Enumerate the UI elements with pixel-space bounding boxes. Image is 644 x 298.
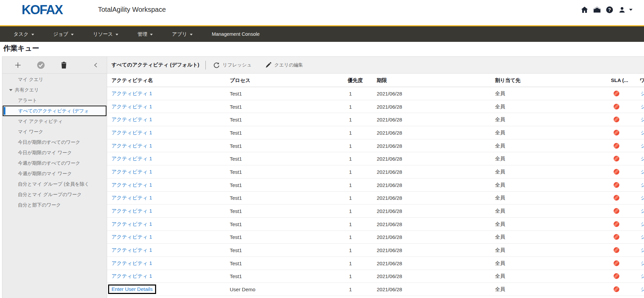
mail-icon[interactable] [593, 6, 601, 14]
sidebar-query-item[interactable]: マイ ワーク [2, 127, 107, 137]
refresh-button[interactable]: リフレッシュ [213, 62, 252, 68]
home-icon[interactable] [580, 6, 589, 14]
sidebar-query-item[interactable]: マイ クエリ [2, 74, 107, 85]
nav-item[interactable]: ジョブ [53, 31, 74, 37]
assignee-cell: 全員 [495, 234, 505, 240]
sidebar-query-item[interactable]: 共有クエリ [2, 85, 107, 95]
row-action-link-truncated[interactable]: ジ [641, 182, 644, 188]
activity-link[interactable]: アクティビティ 1 [112, 260, 152, 266]
sidebar-query-item[interactable]: すべてのアクティビティ (デフォ [3, 106, 106, 116]
check-circle-icon[interactable] [36, 61, 45, 70]
sla-status-dot [614, 169, 619, 174]
sidebar-query-label: マイ クエリ [18, 77, 44, 83]
row-action-link-truncated[interactable]: ジ [641, 247, 644, 253]
row-action-link-truncated[interactable]: ジ [641, 156, 644, 162]
sidebar-query-item[interactable]: 今日が期限のマイ ワーク [2, 147, 107, 158]
priority-cell: 1 [349, 169, 352, 174]
row-action-link-truncated[interactable]: ジ [641, 260, 644, 266]
process-cell: Test1 [230, 169, 242, 174]
activity-link[interactable]: アクティビティ 1 [112, 116, 152, 123]
nav-item[interactable]: リソース [93, 31, 118, 37]
chevron-down-icon [190, 34, 193, 35]
nav-item-label: Management Console [212, 31, 260, 37]
assignee-cell: 全員 [495, 90, 505, 97]
activity-link[interactable]: アクティビティ 1 [112, 234, 152, 240]
row-action-link-truncated[interactable]: ジ [641, 90, 644, 97]
assignee-cell: 全員 [495, 286, 505, 293]
due-date-cell: 2021/06/28 [377, 117, 402, 123]
add-query-button[interactable] [14, 61, 22, 70]
activity-link[interactable]: アクティビティ 1 [112, 208, 152, 214]
column-header-sla[interactable]: SLA (... [611, 74, 628, 87]
nav-item[interactable]: 管理 [138, 31, 153, 37]
user-icon[interactable] [618, 6, 626, 14]
row-action-link-truncated[interactable]: ジ [641, 142, 644, 149]
sidebar-query-item[interactable]: マイ アクティビティ [2, 116, 107, 127]
sidebar-query-item[interactable]: 自分と部下のワーク [2, 200, 107, 210]
activity-link[interactable]: アクティビティ 1 [112, 168, 152, 175]
row-action-link-truncated[interactable]: ジ [641, 286, 644, 293]
svg-text:?: ? [608, 7, 611, 12]
sidebar-query-item[interactable]: 自分とマイ グループのワーク [2, 189, 107, 200]
row-action-link-truncated[interactable]: ジ [641, 103, 644, 110]
activity-link[interactable]: アクティビティ 1 [112, 129, 152, 136]
due-date-cell: 2021/06/28 [377, 169, 402, 174]
expander-triangle-icon[interactable] [9, 89, 13, 91]
row-action-link-truncated[interactable]: ジ [641, 116, 644, 123]
sidebar-query-item[interactable]: 今週が期限のマイ ワーク [2, 168, 107, 179]
column-header-truncated[interactable]: ワ [640, 74, 644, 87]
sidebar-query-item[interactable]: 自分とマイ グループ (全員を除く [2, 179, 107, 189]
chevron-down-icon [71, 34, 74, 35]
column-header-priority[interactable]: 優先度 [348, 74, 363, 87]
row-action-link-truncated[interactable]: ジ [641, 129, 644, 136]
sidebar-query-item[interactable]: 今週が期限のすべてのワーク [2, 158, 107, 168]
edit-query-button[interactable]: クエリの編集 [265, 62, 303, 68]
assignee-cell: 全員 [495, 247, 505, 253]
sidebar-query-label: マイ ワーク [18, 129, 43, 135]
sidebar-query-label: 今週が期限のすべてのワーク [18, 160, 80, 166]
nav-item-label: タスク [14, 31, 29, 37]
nav-item[interactable]: アプリ [172, 31, 193, 37]
column-header-process[interactable]: プロセス [230, 74, 250, 87]
row-action-link-truncated[interactable]: ジ [641, 234, 644, 240]
activity-link[interactable]: アクティビティ 1 [112, 247, 152, 253]
row-action-link-truncated[interactable]: ジ [641, 221, 644, 227]
help-icon[interactable]: ? [605, 6, 614, 14]
activity-link[interactable]: アクティビティ 1 [112, 90, 152, 97]
table-row: アクティビティ 1 Test1 1 2021/06/28 全員 ジ [107, 139, 644, 153]
sidebar-query-item[interactable]: 今日が期限のすべてのワーク [2, 137, 107, 147]
activity-link[interactable]: アクティビティ 1 [112, 103, 152, 110]
activity-link[interactable]: アクティビティ 1 [112, 221, 152, 227]
header-icons: ? [580, 6, 633, 14]
row-action-link-truncated[interactable]: ジ [641, 195, 644, 201]
activity-link[interactable]: アクティビティ 1 [112, 182, 152, 188]
activity-link[interactable]: アクティビティ 1 [112, 273, 152, 279]
trash-icon[interactable] [59, 61, 68, 70]
activity-link[interactable]: アクティビティ 1 [112, 156, 152, 162]
activity-link[interactable]: アクティビティ 1 [112, 142, 152, 149]
priority-cell: 1 [349, 273, 352, 279]
row-action-link-truncated[interactable]: ジ [641, 208, 644, 214]
column-header-activity[interactable]: アクティビティ名 [112, 74, 153, 87]
column-header-due[interactable]: 期限 [377, 74, 387, 87]
process-cell: Test1 [230, 90, 242, 96]
priority-cell: 1 [349, 221, 352, 227]
process-cell: Test1 [230, 143, 242, 148]
sidebar-query-item[interactable]: アラート [2, 95, 107, 106]
column-header-assignee[interactable]: 割り当て先 [495, 74, 521, 87]
nav-item[interactable]: タスク [14, 31, 34, 37]
activity-link[interactable]: Enter User Details [108, 285, 156, 294]
assignee-cell: 全員 [495, 208, 505, 214]
assignee-cell: 全員 [495, 142, 505, 149]
nav-item[interactable]: Management Console [212, 31, 260, 37]
table-row: アクティビティ 1 Test1 1 2021/06/28 全員 ジ [107, 205, 644, 218]
sla-status-dot [614, 117, 619, 123]
nav-item-label: アプリ [172, 31, 187, 37]
table-row: アクティビティ 1 Test1 1 2021/06/28 全員 ジ [107, 257, 644, 270]
row-action-link-truncated[interactable]: ジ [641, 168, 644, 175]
chevron-down-icon[interactable] [629, 9, 633, 11]
activity-link[interactable]: アクティビティ 1 [112, 195, 152, 201]
row-action-link-truncated[interactable]: ジ [641, 273, 644, 279]
collapse-chevron-icon[interactable] [91, 61, 100, 70]
process-cell: Test1 [230, 208, 242, 214]
